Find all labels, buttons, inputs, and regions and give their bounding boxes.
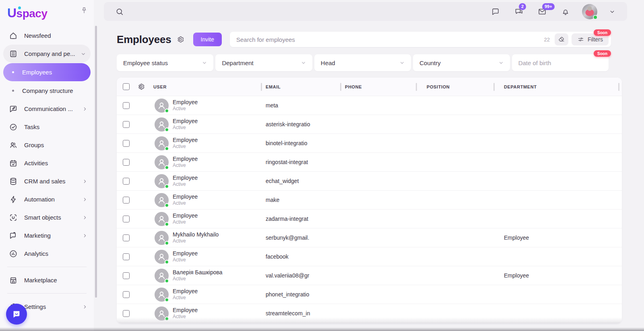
support-chat-button[interactable] <box>6 304 27 325</box>
page-title: Employees <box>117 33 171 46</box>
sidebar-item-smart-objects[interactable]: Smart objects <box>0 208 94 226</box>
invite-button[interactable]: Invite <box>193 33 222 46</box>
row-checkbox[interactable] <box>123 253 130 260</box>
sidebar-item-communication[interactable]: Communication ... <box>0 100 94 118</box>
table-row[interactable]: Mykhailo Mykhailo Active serbunyk@gmail.… <box>117 228 622 247</box>
table-row[interactable]: Employee Active zadarma-integrat <box>117 210 622 228</box>
row-checkbox[interactable] <box>123 272 130 279</box>
clear-search-button[interactable] <box>555 33 568 45</box>
page-settings-gear-icon[interactable] <box>176 35 184 43</box>
filter-department[interactable]: Department <box>215 54 312 71</box>
employee-search-bar: 22 Filters Soon <box>230 32 611 47</box>
table-row[interactable]: Employee Active echat_widget <box>117 172 622 191</box>
row-checkbox[interactable] <box>123 197 130 204</box>
notifications-bell-icon[interactable] <box>561 7 570 16</box>
sidebar-item-crm-and-sales[interactable]: CRM and sales <box>0 172 94 190</box>
sidebar-scrollbar[interactable] <box>95 26 97 298</box>
chats-icon[interactable]: 2 <box>514 7 523 16</box>
building-icon <box>9 49 18 58</box>
employee-status: Active <box>173 181 198 187</box>
column-label-position: POSITION <box>427 84 450 89</box>
employee-email: serbunyk@gmail. <box>261 234 340 241</box>
header-position: POSITION <box>416 78 493 96</box>
mail-icon[interactable]: 99+ <box>538 7 547 16</box>
soon-badge: Soon <box>594 50 611 57</box>
sidebar-item-tasks[interactable]: Tasks <box>0 118 94 136</box>
select-all-checkbox[interactable] <box>123 83 130 90</box>
logo-row: Uspacy <box>0 0 94 23</box>
sidebar-item-automation[interactable]: Automation <box>0 190 94 208</box>
employee-email: val.valeriia08@gr <box>261 272 340 279</box>
avatar <box>155 174 169 188</box>
filter-country[interactable]: Country <box>413 54 510 71</box>
filters-button[interactable]: Filters Soon <box>572 33 609 45</box>
employees-page: Employees Invite 22 Filters Soon Employe… <box>98 21 644 324</box>
table-row[interactable]: Employee Active make <box>117 191 622 210</box>
row-checkbox[interactable] <box>123 159 130 166</box>
row-checkbox[interactable] <box>123 178 130 185</box>
employee-email: asterisk-integratio <box>261 121 340 127</box>
chevron-down-icon <box>80 51 87 57</box>
employee-email: facebook <box>261 253 340 260</box>
online-status-dot <box>165 127 169 132</box>
sidebar-divider <box>7 293 87 294</box>
table-row[interactable]: Employee Active meta <box>117 96 622 115</box>
profile-chevron-down-icon[interactable] <box>609 8 616 15</box>
header-phone: PHONE <box>340 78 416 96</box>
table-row[interactable]: Employee Active ringostat-integrat <box>117 153 622 172</box>
filter-employee-status[interactable]: Employee status <box>117 54 213 71</box>
uspacy-logo[interactable]: Uspacy <box>7 6 47 21</box>
row-checkbox[interactable] <box>123 216 130 222</box>
table-body: Employee Active meta Employee Active ast… <box>117 96 622 323</box>
avatar <box>155 193 169 207</box>
sidebar-item-activities[interactable]: Activities <box>0 154 94 172</box>
sidebar-item-analytics[interactable]: Analytics <box>0 245 94 263</box>
logo-text: spacy <box>17 7 47 20</box>
table-row[interactable]: Employee Active asterisk-integratio <box>117 115 622 134</box>
chevron-down-icon <box>399 60 405 66</box>
employee-department: Employee <box>493 272 622 279</box>
table-row[interactable]: Employee Active facebook <box>117 247 622 266</box>
sidebar-item-groups[interactable]: Groups <box>0 136 94 154</box>
row-checkbox[interactable] <box>123 121 130 128</box>
table-row[interactable]: Employee Active phonet_integratio <box>117 285 622 304</box>
filter-head[interactable]: Head <box>314 54 411 71</box>
employee-email: phonet_integratio <box>261 291 340 298</box>
sidebar-divider <box>7 267 87 267</box>
sidebar-item-company-and-pe[interactable]: Company and pe... <box>3 45 91 63</box>
row-checkbox[interactable] <box>123 102 130 109</box>
row-checkbox[interactable] <box>123 140 130 147</box>
employee-status: Active <box>173 276 223 282</box>
table-row[interactable]: Employee Active streamtelecom_in <box>117 304 622 323</box>
pin-sidebar-icon[interactable] <box>80 6 88 14</box>
smart-icon <box>9 213 18 222</box>
sidebar-item-employees[interactable]: Employees <box>3 63 91 81</box>
online-status-dot <box>165 203 169 208</box>
chat-bubble-icon <box>11 309 22 319</box>
sidebar-item-marketing[interactable]: Marketing <box>0 226 94 245</box>
table-settings-gear-icon[interactable] <box>137 83 145 90</box>
employee-status: Active <box>173 106 198 112</box>
sidebar-item-newsfeed[interactable]: Newsfeed <box>0 27 94 45</box>
avatar <box>155 250 169 264</box>
user-avatar[interactable] <box>582 4 597 19</box>
home-icon <box>9 31 18 40</box>
table-header: USER EMAIL PHONE POSITION DEPARTMENT <box>117 78 622 96</box>
filter-date-of-birth[interactable]: Date of birth Soon <box>512 54 609 71</box>
row-checkbox[interactable] <box>123 234 130 241</box>
row-checkbox[interactable] <box>123 310 130 317</box>
table-row[interactable]: Валерія Башкірова Active val.valeriia08@… <box>117 266 622 285</box>
employee-search-input[interactable] <box>236 36 544 43</box>
sidebar-item-company-structure[interactable]: Company structure <box>0 82 94 100</box>
page-header: Employees Invite 22 Filters Soon <box>117 31 622 47</box>
employee-name: Employee <box>173 99 198 106</box>
avatar <box>155 136 169 150</box>
employee-status: Active <box>173 162 198 169</box>
row-checkbox[interactable] <box>123 291 130 298</box>
feedback-message-icon[interactable] <box>491 7 500 16</box>
chat-icon <box>9 105 18 113</box>
global-search-icon[interactable] <box>115 7 124 16</box>
employee-email: meta <box>261 102 340 109</box>
table-row[interactable]: Employee Active binotel-integratio <box>117 134 622 153</box>
sidebar-item-marketplace[interactable]: Marketplace <box>0 271 94 289</box>
